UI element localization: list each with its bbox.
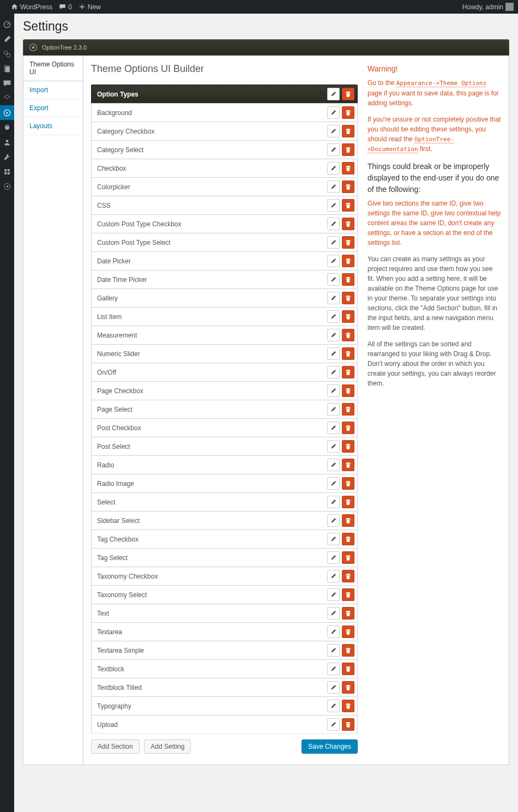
- option-row[interactable]: Category Checkbox: [91, 122, 358, 141]
- add-setting-button[interactable]: Add Setting: [144, 739, 191, 754]
- trash-icon[interactable]: [342, 496, 354, 508]
- menu-optiontree[interactable]: [0, 105, 14, 120]
- pencil-icon[interactable]: [327, 88, 340, 100]
- pencil-icon[interactable]: [327, 681, 340, 694]
- trash-icon[interactable]: [342, 700, 354, 712]
- pencil-icon[interactable]: [327, 570, 340, 582]
- option-row[interactable]: Textarea: [91, 622, 358, 641]
- option-row[interactable]: Radio: [91, 455, 358, 474]
- menu-comments[interactable]: [0, 76, 14, 91]
- trash-icon[interactable]: [342, 551, 354, 564]
- tab-export[interactable]: Export: [23, 99, 83, 117]
- trash-icon[interactable]: [342, 255, 354, 267]
- trash-icon[interactable]: [342, 88, 354, 100]
- option-row[interactable]: Gallery: [91, 288, 358, 308]
- pencil-icon[interactable]: [327, 533, 340, 545]
- pencil-icon[interactable]: [327, 459, 340, 471]
- trash-icon[interactable]: [342, 310, 354, 323]
- option-row[interactable]: Background: [91, 103, 358, 122]
- trash-icon[interactable]: [342, 477, 354, 490]
- option-row[interactable]: Post Checkbox: [91, 418, 358, 437]
- option-row[interactable]: Typography: [91, 696, 358, 715]
- menu-appearance[interactable]: [0, 91, 14, 105]
- menu-users[interactable]: [0, 135, 14, 149]
- pencil-icon[interactable]: [327, 255, 340, 267]
- tab-layouts[interactable]: Layouts: [23, 117, 83, 135]
- option-row[interactable]: Custom Post Type Select: [91, 233, 358, 252]
- pencil-icon[interactable]: [327, 125, 340, 137]
- option-row[interactable]: Taxonomy Checkbox: [91, 567, 358, 586]
- option-row[interactable]: Textblock: [91, 659, 358, 678]
- trash-icon[interactable]: [342, 625, 354, 638]
- pencil-icon[interactable]: [327, 366, 340, 378]
- option-row[interactable]: Custom Post Type Checkbox: [91, 214, 358, 233]
- trash-icon[interactable]: [342, 181, 354, 193]
- pencil-icon[interactable]: [327, 236, 340, 249]
- option-row[interactable]: Date Time Picker: [91, 270, 358, 289]
- trash-icon[interactable]: [342, 422, 354, 434]
- appearance-link[interactable]: Appearance->Theme Options: [396, 80, 487, 87]
- trash-icon[interactable]: [342, 236, 354, 249]
- pencil-icon[interactable]: [327, 347, 340, 360]
- trash-icon[interactable]: [342, 273, 354, 286]
- pencil-icon[interactable]: [327, 403, 340, 416]
- pencil-icon[interactable]: [327, 329, 340, 341]
- option-row[interactable]: Tag Select: [91, 548, 358, 567]
- option-row[interactable]: On/Off: [91, 363, 358, 382]
- pencil-icon[interactable]: [327, 496, 340, 508]
- trash-icon[interactable]: [342, 514, 354, 527]
- option-row[interactable]: Page Checkbox: [91, 381, 358, 400]
- trash-icon[interactable]: [342, 533, 354, 545]
- pencil-icon[interactable]: [327, 644, 340, 657]
- option-row[interactable]: Text: [91, 604, 358, 623]
- trash-icon[interactable]: [342, 440, 354, 453]
- trash-icon[interactable]: [342, 607, 354, 619]
- trash-icon[interactable]: [342, 718, 354, 731]
- menu-collapse[interactable]: [0, 179, 14, 194]
- trash-icon[interactable]: [342, 366, 354, 378]
- menu-posts[interactable]: [0, 32, 14, 46]
- option-row[interactable]: List Item: [91, 307, 358, 326]
- tab-import[interactable]: Import: [23, 81, 83, 99]
- pencil-icon[interactable]: [327, 477, 340, 490]
- new-link[interactable]: New: [79, 3, 101, 11]
- option-row[interactable]: Select: [91, 492, 358, 512]
- pencil-icon[interactable]: [327, 181, 340, 193]
- option-row[interactable]: Category Select: [91, 140, 358, 159]
- option-row[interactable]: Checkbox: [91, 159, 358, 178]
- option-row[interactable]: Page Select: [91, 400, 358, 419]
- pencil-icon[interactable]: [327, 106, 340, 119]
- menu-plugins[interactable]: [0, 120, 14, 135]
- tab-theme-options-ui[interactable]: Theme Options UI: [23, 56, 83, 81]
- option-row[interactable]: Post Select: [91, 437, 358, 456]
- menu-pages[interactable]: [0, 61, 14, 76]
- trash-icon[interactable]: [342, 143, 354, 156]
- add-section-button[interactable]: Add Section: [91, 739, 140, 754]
- option-row[interactable]: Colorpicker: [91, 177, 358, 196]
- pencil-icon[interactable]: [327, 514, 340, 527]
- trash-icon[interactable]: [342, 403, 354, 416]
- trash-icon[interactable]: [342, 459, 354, 471]
- option-row[interactable]: Upload: [91, 715, 358, 734]
- pencil-icon[interactable]: [327, 162, 340, 175]
- pencil-icon[interactable]: [327, 718, 340, 731]
- pencil-icon[interactable]: [327, 588, 340, 601]
- howdy-link[interactable]: Howdy, admin: [462, 3, 514, 11]
- trash-icon[interactable]: [342, 570, 354, 582]
- section-header[interactable]: Option Types: [91, 85, 358, 104]
- pencil-icon[interactable]: [327, 292, 340, 304]
- trash-icon[interactable]: [342, 125, 354, 137]
- trash-icon[interactable]: [342, 588, 354, 601]
- pencil-icon[interactable]: [327, 273, 340, 286]
- option-row[interactable]: CSS: [91, 196, 358, 215]
- trash-icon[interactable]: [342, 162, 354, 175]
- pencil-icon[interactable]: [327, 199, 340, 212]
- pencil-icon[interactable]: [327, 143, 340, 156]
- save-changes-button[interactable]: Save Changes: [302, 739, 358, 754]
- option-row[interactable]: Textblock Titled: [91, 678, 358, 697]
- trash-icon[interactable]: [342, 292, 354, 304]
- pencil-icon[interactable]: [327, 607, 340, 619]
- site-name[interactable]: WordPress: [11, 3, 52, 11]
- trash-icon[interactable]: [342, 681, 354, 694]
- option-row[interactable]: Measurement: [91, 326, 358, 345]
